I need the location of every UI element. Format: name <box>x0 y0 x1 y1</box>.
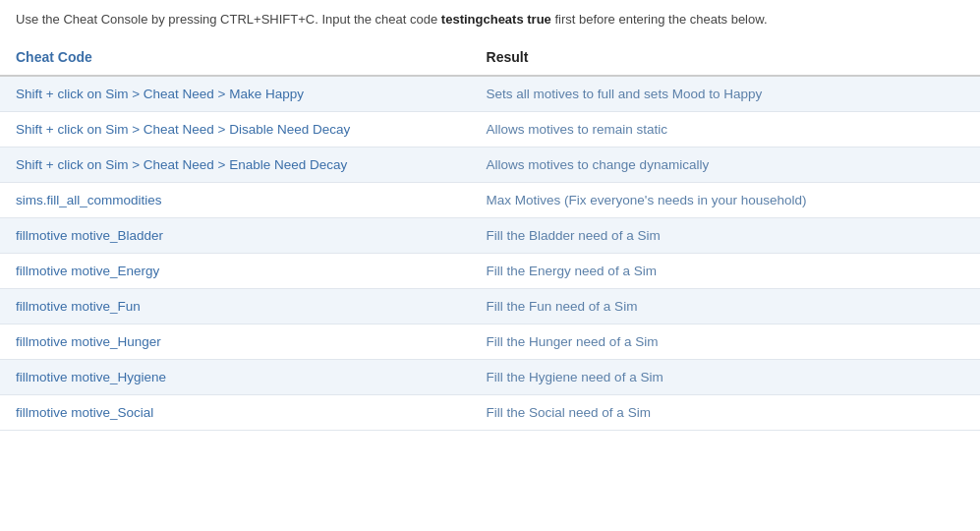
table-row: fillmotive motive_HygieneFill the Hygien… <box>0 359 980 394</box>
cheat-code-cell: fillmotive motive_Hygiene <box>0 359 471 394</box>
table-row: Shift + click on Sim > Cheat Need > Enab… <box>0 147 980 182</box>
result-cell: Max Motives (Fix everyone's needs in you… <box>471 182 980 217</box>
table-row: sims.fill_all_commoditiesMax Motives (Fi… <box>0 182 980 217</box>
cheat-code-bold: testingcheats true <box>441 12 551 27</box>
cheat-code-cell: fillmotive motive_Bladder <box>0 217 471 253</box>
table-row: fillmotive motive_HungerFill the Hunger … <box>0 324 980 359</box>
cheat-code-cell: Shift + click on Sim > Cheat Need > Enab… <box>0 147 471 182</box>
result-cell: Fill the Energy need of a Sim <box>471 253 980 288</box>
column-header-cheat: Cheat Code <box>0 39 471 76</box>
cheat-code-cell: fillmotive motive_Energy <box>0 253 471 288</box>
table-row: fillmotive motive_FunFill the Fun need o… <box>0 288 980 324</box>
cheat-code-cell: fillmotive motive_Hunger <box>0 324 471 359</box>
cheat-code-cell: fillmotive motive_Fun <box>0 288 471 324</box>
result-cell: Fill the Social need of a Sim <box>471 394 980 430</box>
table-row: fillmotive motive_BladderFill the Bladde… <box>0 217 980 253</box>
column-header-result: Result <box>471 39 980 76</box>
result-cell: Fill the Hygiene need of a Sim <box>471 359 980 394</box>
cheat-code-cell: fillmotive motive_Social <box>0 394 471 430</box>
table-row: Shift + click on Sim > Cheat Need > Make… <box>0 76 980 112</box>
table-header-row: Cheat Code Result <box>0 39 980 76</box>
cheat-code-cell: Shift + click on Sim > Cheat Need > Disa… <box>0 111 471 147</box>
cheat-code-cell: Shift + click on Sim > Cheat Need > Make… <box>0 76 471 112</box>
intro-text: Use the Cheat Console by pressing CTRL+S… <box>0 0 980 39</box>
result-cell: Allows motives to remain static <box>471 111 980 147</box>
result-cell: Sets all motives to full and sets Mood t… <box>471 76 980 112</box>
cheat-code-cell: sims.fill_all_commodities <box>0 182 471 217</box>
result-cell: Fill the Fun need of a Sim <box>471 288 980 324</box>
table-row: Shift + click on Sim > Cheat Need > Disa… <box>0 111 980 147</box>
table-row: fillmotive motive_EnergyFill the Energy … <box>0 253 980 288</box>
result-cell: Fill the Hunger need of a Sim <box>471 324 980 359</box>
table-row: fillmotive motive_SocialFill the Social … <box>0 394 980 430</box>
result-cell: Allows motives to change dynamically <box>471 147 980 182</box>
cheat-table: Cheat Code Result Shift + click on Sim >… <box>0 39 980 431</box>
result-cell: Fill the Bladder need of a Sim <box>471 217 980 253</box>
